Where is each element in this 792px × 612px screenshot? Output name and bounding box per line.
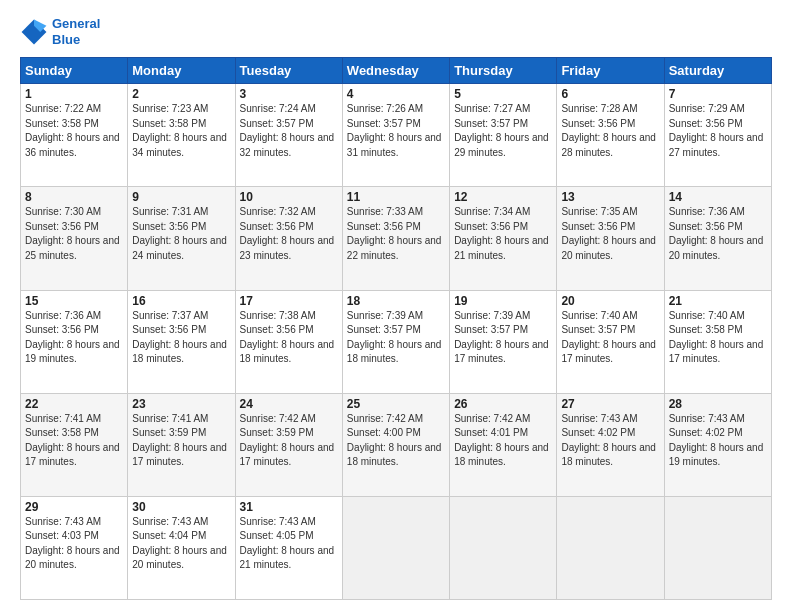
table-row: 24Sunrise: 7:42 AMSunset: 3:59 PMDayligh… [235,393,342,496]
col-header-thursday: Thursday [450,58,557,84]
col-header-monday: Monday [128,58,235,84]
calendar-row-2: 8Sunrise: 7:30 AMSunset: 3:56 PMDaylight… [21,187,772,290]
table-row: 13Sunrise: 7:35 AMSunset: 3:56 PMDayligh… [557,187,664,290]
table-row: 19Sunrise: 7:39 AMSunset: 3:57 PMDayligh… [450,290,557,393]
logo-text: GeneralBlue [52,16,100,47]
col-header-wednesday: Wednesday [342,58,449,84]
table-row: 29Sunrise: 7:43 AMSunset: 4:03 PMDayligh… [21,496,128,599]
table-row [342,496,449,599]
page: GeneralBlue SundayMondayTuesdayWednesday… [0,0,792,612]
table-row: 15Sunrise: 7:36 AMSunset: 3:56 PMDayligh… [21,290,128,393]
table-row: 11Sunrise: 7:33 AMSunset: 3:56 PMDayligh… [342,187,449,290]
calendar-row-1: 1Sunrise: 7:22 AMSunset: 3:58 PMDaylight… [21,84,772,187]
table-row: 9Sunrise: 7:31 AMSunset: 3:56 PMDaylight… [128,187,235,290]
table-row: 3Sunrise: 7:24 AMSunset: 3:57 PMDaylight… [235,84,342,187]
calendar-row-5: 29Sunrise: 7:43 AMSunset: 4:03 PMDayligh… [21,496,772,599]
table-row: 10Sunrise: 7:32 AMSunset: 3:56 PMDayligh… [235,187,342,290]
table-row: 27Sunrise: 7:43 AMSunset: 4:02 PMDayligh… [557,393,664,496]
table-row: 25Sunrise: 7:42 AMSunset: 4:00 PMDayligh… [342,393,449,496]
table-row: 6Sunrise: 7:28 AMSunset: 3:56 PMDaylight… [557,84,664,187]
table-row: 22Sunrise: 7:41 AMSunset: 3:58 PMDayligh… [21,393,128,496]
table-row: 28Sunrise: 7:43 AMSunset: 4:02 PMDayligh… [664,393,771,496]
table-row: 16Sunrise: 7:37 AMSunset: 3:56 PMDayligh… [128,290,235,393]
table-row: 20Sunrise: 7:40 AMSunset: 3:57 PMDayligh… [557,290,664,393]
table-row [450,496,557,599]
table-row: 2Sunrise: 7:23 AMSunset: 3:58 PMDaylight… [128,84,235,187]
table-row: 31Sunrise: 7:43 AMSunset: 4:05 PMDayligh… [235,496,342,599]
table-row: 4Sunrise: 7:26 AMSunset: 3:57 PMDaylight… [342,84,449,187]
table-row [664,496,771,599]
table-row: 18Sunrise: 7:39 AMSunset: 3:57 PMDayligh… [342,290,449,393]
col-header-saturday: Saturday [664,58,771,84]
calendar-row-3: 15Sunrise: 7:36 AMSunset: 3:56 PMDayligh… [21,290,772,393]
calendar-table: SundayMondayTuesdayWednesdayThursdayFrid… [20,57,772,600]
col-header-tuesday: Tuesday [235,58,342,84]
table-row: 7Sunrise: 7:29 AMSunset: 3:56 PMDaylight… [664,84,771,187]
col-header-friday: Friday [557,58,664,84]
table-row: 17Sunrise: 7:38 AMSunset: 3:56 PMDayligh… [235,290,342,393]
table-row: 5Sunrise: 7:27 AMSunset: 3:57 PMDaylight… [450,84,557,187]
header: GeneralBlue [20,16,772,47]
table-row [557,496,664,599]
calendar-row-4: 22Sunrise: 7:41 AMSunset: 3:58 PMDayligh… [21,393,772,496]
col-header-sunday: Sunday [21,58,128,84]
table-row: 8Sunrise: 7:30 AMSunset: 3:56 PMDaylight… [21,187,128,290]
table-row: 12Sunrise: 7:34 AMSunset: 3:56 PMDayligh… [450,187,557,290]
table-row: 30Sunrise: 7:43 AMSunset: 4:04 PMDayligh… [128,496,235,599]
table-row: 26Sunrise: 7:42 AMSunset: 4:01 PMDayligh… [450,393,557,496]
table-row: 23Sunrise: 7:41 AMSunset: 3:59 PMDayligh… [128,393,235,496]
calendar-header-row: SundayMondayTuesdayWednesdayThursdayFrid… [21,58,772,84]
table-row: 1Sunrise: 7:22 AMSunset: 3:58 PMDaylight… [21,84,128,187]
logo: GeneralBlue [20,16,100,47]
logo-icon [20,18,48,46]
table-row: 14Sunrise: 7:36 AMSunset: 3:56 PMDayligh… [664,187,771,290]
table-row: 21Sunrise: 7:40 AMSunset: 3:58 PMDayligh… [664,290,771,393]
